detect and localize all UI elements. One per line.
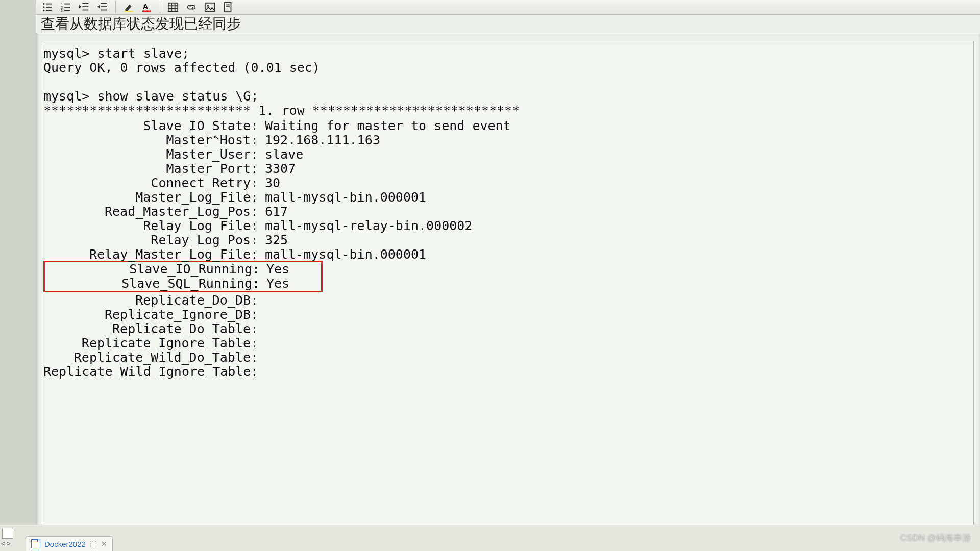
document-icon	[31, 539, 40, 548]
bullet-list-icon[interactable]	[42, 2, 53, 13]
status-value: Yes	[259, 277, 289, 291]
status-value	[258, 308, 972, 322]
svg-rect-18	[101, 10, 107, 11]
toolbar-separator	[160, 1, 160, 13]
terminal-line: mysql> show slave status \G;	[43, 89, 972, 104]
svg-rect-9	[64, 7, 70, 8]
status-row: Relay_Master_Log_File:mall-mysql-bin.000…	[43, 247, 972, 262]
highlighted-status: Slave_IO_Running:YesSlave_SQL_Running:Ye…	[43, 261, 323, 292]
status-row: Replicate_Ignore_DB:	[43, 308, 972, 322]
status-key: Slave_IO_Running	[45, 262, 252, 277]
font-color-icon[interactable]: A	[141, 2, 153, 13]
tab-close-icon[interactable]: ✕	[101, 540, 107, 548]
svg-rect-20	[124, 11, 133, 12]
status-value: mall-mysql-relay-bin.000002	[258, 219, 972, 233]
svg-rect-13	[82, 6, 88, 7]
svg-rect-31	[226, 5, 229, 6]
status-key: Master_Log_File	[43, 190, 251, 205]
indent-icon[interactable]	[97, 2, 108, 13]
nav-arrows[interactable]: < >	[1, 540, 11, 547]
svg-text:3: 3	[61, 8, 63, 13]
highlight-icon[interactable]	[123, 2, 134, 13]
terminal-line: mysql> start slave;	[43, 46, 972, 61]
status-key: Slave_SQL_Running	[45, 277, 252, 291]
status-key: Slave_IO_State	[43, 119, 251, 133]
status-value: Waiting for master to send event	[258, 119, 972, 133]
svg-marker-19	[97, 5, 100, 8]
svg-rect-12	[82, 3, 88, 4]
status-key: Replicate_Ignore_Table	[43, 336, 251, 350]
svg-rect-14	[82, 10, 88, 11]
status-row: Slave_IO_State:Waiting for master to sen…	[43, 119, 972, 133]
svg-rect-23	[168, 3, 178, 12]
status-key: Replicate_Wild_Ignore_Table	[43, 365, 251, 379]
status-value: 617	[258, 205, 972, 219]
status-row: Slave_IO_Running:Yes	[45, 262, 289, 277]
editor-workspace: 123 A 查看从数据库状态发现已经同步 mysql> start slave;…	[36, 0, 980, 525]
numbered-list-icon[interactable]: 123	[60, 2, 71, 13]
status-value: 30	[258, 176, 972, 190]
attachment-icon[interactable]	[223, 2, 234, 13]
status-value: mall-mysql-bin.000001	[258, 190, 972, 205]
status-key: Connect_Retry	[43, 176, 251, 190]
svg-rect-11	[64, 10, 70, 11]
status-row: Replicate_Ignore_Table:	[43, 336, 972, 350]
status-row: Read_Master_Log_Pos:617	[43, 205, 972, 219]
status-value: mall-mysql-bin.000001	[258, 247, 972, 262]
document-tab[interactable]: Docker2022 ⬚ ✕	[26, 536, 113, 551]
svg-rect-22	[142, 10, 151, 12]
svg-marker-15	[79, 5, 82, 8]
status-value: 3307	[258, 162, 972, 176]
status-block: Slave_IO_State:Waiting for master to sen…	[43, 119, 972, 262]
status-key: Replicate_Ignore_DB	[43, 308, 251, 322]
status-value	[258, 322, 972, 336]
svg-point-29	[207, 5, 209, 7]
svg-rect-7	[64, 4, 70, 5]
row-separator: *************************** 1. row *****…	[43, 104, 972, 118]
terminal-output: mysql> start slave; Query OK, 0 rows aff…	[42, 41, 974, 525]
status-key: Read_Master_Log_Pos	[43, 205, 251, 219]
svg-point-0	[43, 3, 45, 5]
editor-left-gutter	[0, 0, 36, 525]
svg-rect-16	[101, 3, 107, 4]
status-value: Yes	[259, 262, 289, 277]
status-key: Replicate_Wild_Do_Table	[43, 350, 251, 365]
status-row: Relay_Log_Pos:325	[43, 233, 972, 247]
link-icon[interactable]	[186, 2, 197, 13]
status-key: Relay_Log_Pos	[43, 233, 251, 247]
svg-rect-5	[46, 10, 52, 11]
status-row: Relay_Log_File:mall-mysql-relay-bin.0000…	[43, 219, 972, 233]
status-value: 192.168.111.163	[258, 133, 972, 147]
status-row: Connect_Retry:30	[43, 176, 972, 190]
status-key: Master_User	[43, 147, 251, 162]
table-icon[interactable]	[167, 2, 179, 13]
status-row: Master_Port:3307	[43, 162, 972, 176]
status-value	[258, 350, 972, 365]
svg-rect-1	[46, 4, 52, 5]
status-row: Master_Log_File:mall-mysql-bin.000001	[43, 190, 972, 205]
status-value	[258, 293, 972, 308]
status-value: 325	[258, 233, 972, 247]
svg-text:A: A	[143, 3, 149, 11]
tab-pin-icon[interactable]: ⬚	[90, 539, 97, 548]
status-row: Master_Host:192.168.111.163	[43, 133, 972, 147]
section-heading: 查看从数据库状态发现已经同步	[36, 15, 980, 33]
status-row: Replicate_Wild_Ignore_Table:	[43, 365, 972, 379]
editor-toolbar: 123 A	[36, 0, 980, 15]
status-row: Replicate_Do_Table:	[43, 322, 972, 336]
watermark-text: CSDN @码海串游	[900, 532, 971, 544]
status-row: Replicate_Do_DB:	[43, 293, 972, 308]
tab-label: Docker2022	[44, 540, 86, 548]
outdent-icon[interactable]	[79, 2, 90, 13]
toolbar-separator	[115, 1, 116, 13]
svg-point-4	[43, 10, 45, 12]
status-row: Slave_SQL_Running:Yes	[45, 277, 289, 291]
image-icon[interactable]	[204, 2, 215, 13]
status-block: Replicate_Do_DB:Replicate_Ignore_DB:Repl…	[43, 293, 972, 379]
status-value	[258, 336, 972, 350]
svg-rect-17	[101, 6, 107, 7]
status-value: slave	[258, 147, 972, 162]
minimap-icon[interactable]	[2, 528, 13, 539]
status-key: Replicate_Do_DB	[43, 293, 251, 308]
svg-rect-3	[46, 7, 52, 8]
